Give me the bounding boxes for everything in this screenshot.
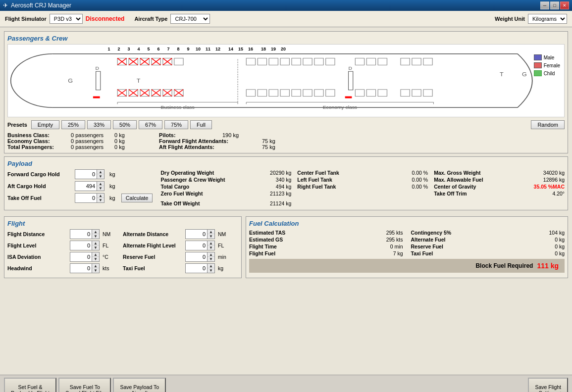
aft-cargo-spin-buttons[interactable]: ▲ ▼ <box>97 181 104 191</box>
flight-level-spin-buttons[interactable]: ▲ ▼ <box>92 241 100 250</box>
flight-sim-select[interactable]: P3D v3 P3D v4 FSX <box>50 14 83 24</box>
headwind-spinbox[interactable]: ▲ ▼ <box>70 263 100 273</box>
flight-time-row: Flight Time 0 min <box>249 243 403 250</box>
takeoff-fuel-row: Take Off Fuel ▲ ▼ kg Calculate <box>7 193 153 203</box>
takeoff-fuel-spin-buttons[interactable]: ▲ ▼ <box>97 193 104 203</box>
female-color-swatch <box>534 62 542 68</box>
reserve-fuel-up[interactable]: ▲ <box>208 252 214 257</box>
close-button[interactable]: ✕ <box>560 1 569 9</box>
preset-67-button[interactable]: 67% <box>139 120 162 129</box>
alt-fl-down[interactable]: ▼ <box>208 245 214 250</box>
isa-dev-spin-buttons[interactable]: ▲ ▼ <box>92 252 100 262</box>
fwd-cargo-spin-buttons[interactable]: ▲ ▼ <box>97 169 104 179</box>
taxi-fuel-up[interactable]: ▲ <box>208 264 214 268</box>
svg-text:T: T <box>500 71 504 77</box>
headwind-up[interactable]: ▲ <box>92 264 99 268</box>
alt-fl-input[interactable] <box>185 241 208 250</box>
preset-random-button[interactable]: Random <box>531 120 565 129</box>
fwd-cargo-input[interactable] <box>75 169 97 179</box>
aft-cargo-up[interactable]: ▲ <box>97 182 104 186</box>
alt-fl-spin-buttons[interactable]: ▲ ▼ <box>208 241 215 250</box>
isa-dev-down[interactable]: ▼ <box>92 257 99 261</box>
alt-distance-input[interactable] <box>185 229 208 239</box>
isa-dev-up[interactable]: ▲ <box>92 252 99 257</box>
flight-distance-spin-buttons[interactable]: ▲ ▼ <box>92 229 100 239</box>
preset-full-button[interactable]: Full <box>190 120 212 129</box>
isa-dev-row: ISA Deviation ▲ ▼ °C <box>7 252 115 262</box>
minimize-button[interactable]: ─ <box>540 1 549 9</box>
alt-distance-spin-buttons[interactable]: ▲ ▼ <box>208 229 215 239</box>
alt-fl-spinbox[interactable]: ▲ ▼ <box>185 241 215 250</box>
flight-distance-input[interactable] <box>70 229 92 239</box>
alt-dist-down[interactable]: ▼ <box>208 234 214 239</box>
preset-50-button[interactable]: 50% <box>113 120 137 129</box>
flight-level-down[interactable]: ▼ <box>92 245 99 250</box>
flight-dist-down[interactable]: ▼ <box>92 234 99 239</box>
set-fuel-payload-button[interactable]: Set Fuel &Payload In Flight <box>4 378 56 392</box>
svg-rect-34 <box>303 58 312 65</box>
aft-cargo-input[interactable] <box>75 181 97 191</box>
flight-dist-up[interactable]: ▲ <box>92 230 99 234</box>
preset-empty-button[interactable]: Empty <box>31 120 59 129</box>
isa-dev-input[interactable] <box>70 252 92 262</box>
flight-level-unit: FL <box>103 243 115 248</box>
reserve-fuel-down[interactable]: ▼ <box>208 257 214 261</box>
alt-distance-label: Alternate Distance <box>123 231 182 237</box>
takeoff-fuel-down[interactable]: ▼ <box>97 198 104 202</box>
isa-dev-spinbox[interactable]: ▲ ▼ <box>70 252 100 262</box>
flight-level-up[interactable]: ▲ <box>92 241 99 245</box>
flight-time-val: 0 min <box>390 244 403 249</box>
fwd-cargo-spinbox[interactable]: ▲ ▼ <box>75 169 104 179</box>
aft-cargo-down[interactable]: ▼ <box>97 186 104 191</box>
cog-row: Center of Gravity 35.05 %MAC <box>434 183 565 190</box>
estimated-gs-val: 295 kts <box>386 237 403 243</box>
taxi-fuel-spin-buttons[interactable]: ▲ ▼ <box>208 263 215 273</box>
alt-fl-up[interactable]: ▲ <box>208 241 214 245</box>
pax-info: Business Class: 0 passengers 0 kg Econom… <box>7 132 565 150</box>
takeoff-fuel-input[interactable] <box>75 193 97 203</box>
economy-class-row: Economy Class: 0 passengers 0 kg <box>7 138 139 144</box>
fwd-cargo-down[interactable]: ▼ <box>97 174 104 179</box>
max-allowable-row: Max. Allowable Fuel 12896 kg <box>434 176 565 183</box>
estimated-gs-label: Estimated GS <box>249 237 283 243</box>
flight-distance-spinbox[interactable]: ▲ ▼ <box>70 229 100 239</box>
headwind-down[interactable]: ▼ <box>92 268 99 273</box>
weight-unit-select[interactable]: Kilograms Pounds <box>528 14 567 24</box>
takeoff-fuel-up[interactable]: ▲ <box>97 194 104 198</box>
aft-cargo-spinbox[interactable]: ▲ ▼ <box>75 181 104 191</box>
save-flight-settings-button[interactable]: Save FlightSettings ✈ <box>528 378 568 392</box>
alt-distance-spinbox[interactable]: ▲ ▼ <box>185 229 215 239</box>
aft-cargo-unit: kg <box>109 183 115 189</box>
alt-distance-row: Alternate Distance ▲ ▼ NM <box>123 229 230 239</box>
maximize-button[interactable]: □ <box>550 1 559 9</box>
taxi-fuel-spinbox[interactable]: ▲ ▼ <box>185 263 215 273</box>
reserve-fuel-spin-buttons[interactable]: ▲ ▼ <box>208 252 215 262</box>
save-fuel-button[interactable]: Save Fuel ToSaved Flight File <box>58 378 111 392</box>
total-pax-pax: 0 passengers <box>71 144 110 150</box>
flight-left-inputs: Flight Distance ▲ ▼ NM Flight Level <box>7 229 115 275</box>
save-payload-button[interactable]: Save Payload ToAircraft <box>113 378 166 392</box>
taxi-fuel-input[interactable] <box>185 263 208 273</box>
reserve-fuel-spinbox[interactable]: ▲ ▼ <box>185 252 215 262</box>
preset-25-button[interactable]: 25% <box>61 120 85 129</box>
headwind-input[interactable] <box>70 263 92 273</box>
flight-fuel-row: Flight Flight Distance ▲ ▼ NM <box>4 216 568 281</box>
aircraft-type-label: Aircraft Type <box>134 16 167 22</box>
takeoff-fuel-spinbox[interactable]: ▲ ▼ <box>75 193 104 203</box>
preset-75-button[interactable]: 75% <box>164 120 188 129</box>
business-class-label: Business Class: <box>7 132 67 138</box>
pax-crew-weight-label: Passenger & Crew Weight <box>160 177 225 183</box>
fwd-cargo-up[interactable]: ▲ <box>97 170 104 174</box>
reserve-fuel-row: Reserve Fuel ▲ ▼ min <box>123 252 230 262</box>
flight-level-input[interactable] <box>70 241 92 250</box>
preset-33-button[interactable]: 33% <box>87 120 111 129</box>
reserve-fuel-input[interactable] <box>185 252 208 262</box>
alt-dist-up[interactable]: ▲ <box>208 230 214 234</box>
headwind-spin-buttons[interactable]: ▲ ▼ <box>92 263 100 273</box>
taxi-fuel-down[interactable]: ▼ <box>208 268 214 273</box>
weight-col3: Max. Gross Weight 34020 kg Max. Allowabl… <box>434 169 565 207</box>
calculate-button[interactable]: Calculate <box>121 194 153 202</box>
takeoff-weight-label: Take Off Weight <box>160 200 200 206</box>
flight-level-spinbox[interactable]: ▲ ▼ <box>70 241 100 250</box>
aircraft-type-select[interactable]: CRJ-700 CRJ-900 CRJ-1000 <box>170 14 210 24</box>
